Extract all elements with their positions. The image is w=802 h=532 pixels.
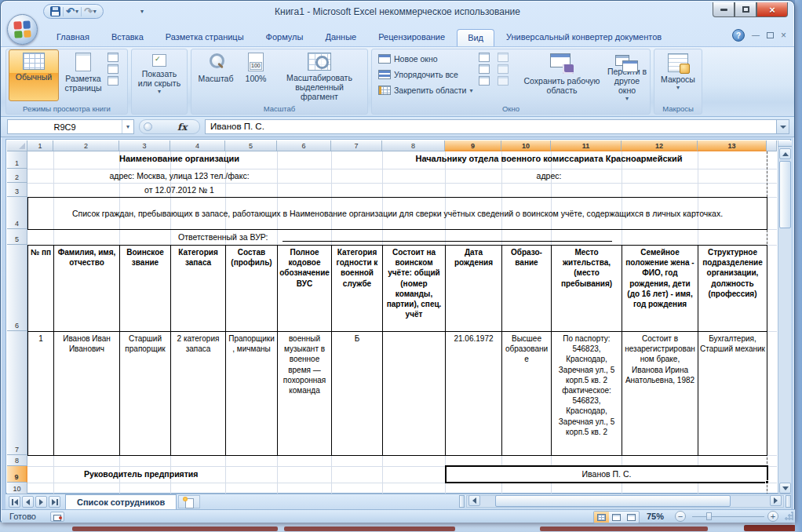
macro-record-button[interactable] xyxy=(50,512,64,522)
cell-org-title[interactable]: Наименование организации xyxy=(27,154,331,163)
data-cell[interactable]: Иванов Иван Иванович xyxy=(53,331,120,456)
col-header-5[interactable]: 5 xyxy=(225,140,277,151)
tab-page-layout[interactable]: Разметка страницы xyxy=(155,29,254,46)
normal-view-button[interactable]: Обычный xyxy=(9,49,59,101)
col-header-3[interactable]: 3 xyxy=(119,140,170,151)
horizontal-scroll-thumb[interactable] xyxy=(495,495,731,507)
zoom-to-selection-button[interactable]: Масштабировать выделенный фрагмент xyxy=(273,49,366,101)
fx-icon[interactable]: fx xyxy=(177,122,187,133)
expand-formula-bar-button[interactable] xyxy=(776,119,789,134)
header-cell[interactable]: Категория запаса xyxy=(170,245,226,332)
undo-dropdown-icon[interactable]: ▾ xyxy=(75,8,78,15)
page-layout-view-button[interactable]: Разметка страницы xyxy=(59,49,108,101)
header-cell[interactable]: Состав (профиль) xyxy=(225,245,278,332)
save-icon[interactable] xyxy=(50,6,60,16)
zoom-button[interactable]: Масштаб xyxy=(193,49,239,101)
hide-window-icon[interactable] xyxy=(479,64,490,74)
last-sheet-button[interactable] xyxy=(49,496,60,508)
tab-insert[interactable]: Вставка xyxy=(101,29,154,46)
cell-recipient[interactable]: Начальнику отдела военного комиссариата … xyxy=(331,154,767,163)
show-hide-button[interactable]: Показать или скрыть ▾ xyxy=(133,51,185,103)
horizontal-scrollbar[interactable] xyxy=(459,494,791,509)
data-cell[interactable]: 1 xyxy=(27,331,54,456)
col-header-11[interactable]: 11 xyxy=(551,140,622,151)
redo-dropdown-icon[interactable]: ▾ xyxy=(93,8,97,15)
reset-window-position-icon[interactable] xyxy=(498,76,509,86)
scroll-left-button[interactable] xyxy=(468,495,480,506)
cell-recipient-address[interactable]: адрес: xyxy=(331,171,767,180)
split-icon[interactable] xyxy=(479,53,490,62)
header-cell[interactable]: Место жительства, (место пребывания) xyxy=(551,245,622,332)
name-box-dropdown-icon[interactable]: ▾ xyxy=(122,120,133,133)
col-header-7[interactable]: 7 xyxy=(331,140,382,151)
zoom-100-button[interactable]: 100% xyxy=(239,49,273,101)
fill-handle[interactable] xyxy=(765,480,769,484)
worksheet[interactable]: 1 2 3 4 5 6 7 8 9 10 11 12 13 1 2 3 4 5 … xyxy=(5,139,791,494)
cell-responsible-label[interactable]: Ответственный за ВУР: xyxy=(178,232,288,242)
cell-director-label[interactable]: Руководитель предприятия xyxy=(84,469,241,479)
cell-list-title[interactable]: Список граждан, пребывающих в запасе, ра… xyxy=(27,197,767,230)
maximize-button[interactable] xyxy=(735,2,756,17)
horizontal-split-handle[interactable] xyxy=(459,495,465,508)
zoom-out-button[interactable]: − xyxy=(675,511,686,522)
new-window-button[interactable]: Новое окно xyxy=(375,51,476,67)
workbook-minimize-icon[interactable]: — xyxy=(752,31,760,39)
save-workspace-button[interactable]: Сохранить рабочую область xyxy=(518,50,606,102)
header-cell[interactable]: Дата рождения xyxy=(445,245,502,332)
col-header-2[interactable]: 2 xyxy=(53,140,119,151)
col-header-4[interactable]: 4 xyxy=(170,140,225,151)
col-header-partial[interactable] xyxy=(767,140,777,151)
scroll-right-button[interactable] xyxy=(770,495,782,506)
synchronous-scrolling-icon[interactable] xyxy=(498,64,509,74)
header-cell[interactable]: Полное кодовое обозначение ВУС xyxy=(277,245,332,332)
next-sheet-button[interactable] xyxy=(35,496,47,508)
tab-view[interactable]: Вид xyxy=(457,29,494,46)
insert-worksheet-button[interactable] xyxy=(178,495,200,508)
tab-data[interactable]: Данные xyxy=(315,29,366,46)
unhide-window-icon[interactable] xyxy=(479,76,490,86)
col-header-13[interactable]: 13 xyxy=(698,140,767,151)
header-cell[interactable]: Семейное положение жена - ФИО, год рожде… xyxy=(622,245,698,332)
cell-org-address[interactable]: адрес: Москва, улица 123 тел./факс: xyxy=(27,171,331,180)
zoom-slider-track[interactable] xyxy=(692,516,764,517)
vertical-scrollbar[interactable] xyxy=(778,140,791,494)
header-cell[interactable]: № пп xyxy=(27,245,54,332)
page-layout-shortcut[interactable] xyxy=(609,512,624,523)
vertical-split-handle[interactable] xyxy=(778,140,792,147)
data-cell[interactable]: 2 категория запаса xyxy=(170,331,226,456)
col-header-8[interactable]: 8 xyxy=(382,140,445,151)
formula-input[interactable]: Иванов П. С. xyxy=(205,119,776,134)
data-cell[interactable]: Высшее образование xyxy=(501,331,552,456)
prev-sheet-button[interactable] xyxy=(22,496,34,508)
minimize-button[interactable] xyxy=(713,2,735,17)
data-cell[interactable]: Состоит в незарегистрированном браке, Ив… xyxy=(622,331,698,456)
header-cell[interactable]: Состоит на воинском учёте: общий (номер … xyxy=(382,245,446,332)
scroll-down-button[interactable] xyxy=(779,483,791,494)
data-cell[interactable]: 21.06.1972 xyxy=(445,331,502,456)
tab-review[interactable]: Рецензирование xyxy=(368,29,455,46)
name-box[interactable]: R9C9 ▾ xyxy=(7,119,134,134)
workbook-close-icon[interactable]: × xyxy=(781,31,786,39)
data-cell[interactable]: Бухгалтерия, Старший механик xyxy=(698,331,767,456)
zoom-slider-handle[interactable] xyxy=(706,512,712,520)
arrange-all-button[interactable]: Упорядочить все xyxy=(375,67,476,82)
help-icon[interactable]: ? xyxy=(732,29,745,42)
undo-icon[interactable]: ↶ xyxy=(66,6,75,16)
header-cell[interactable]: Воинское звание xyxy=(119,245,171,332)
close-button[interactable]: × xyxy=(756,2,788,17)
view-side-by-side-icon[interactable] xyxy=(498,53,509,62)
zoom-level[interactable]: 75% xyxy=(647,512,664,521)
col-header-6[interactable]: 6 xyxy=(277,140,331,151)
vertical-scroll-thumb[interactable] xyxy=(779,161,791,228)
switch-windows-button[interactable]: Перейти в другое окно ▾ xyxy=(604,50,650,102)
col-header-10[interactable]: 10 xyxy=(501,140,551,151)
sheet-tab-active[interactable]: Список сотрудников xyxy=(65,494,177,509)
data-cell[interactable] xyxy=(382,331,446,456)
header-cell[interactable]: Категория годности к военной службе xyxy=(331,245,383,332)
active-cell[interactable]: Иванов П. С. xyxy=(445,465,768,483)
tab-formulas[interactable]: Формулы xyxy=(256,29,314,46)
first-sheet-button[interactable] xyxy=(9,496,20,508)
scroll-up-button[interactable] xyxy=(779,148,791,159)
col-header-9[interactable]: 9 xyxy=(445,140,501,151)
office-button[interactable] xyxy=(7,14,38,45)
